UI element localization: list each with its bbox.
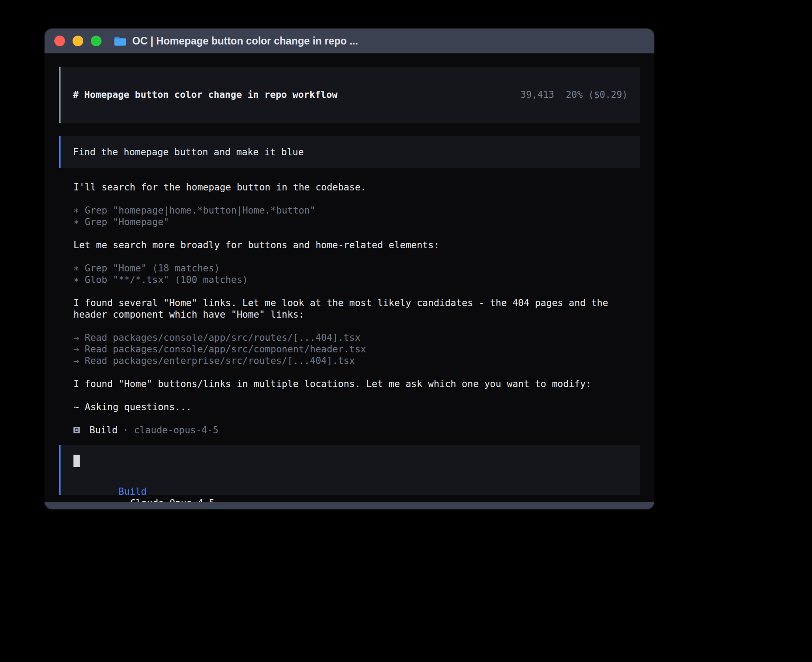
terminal-content: # Homepage button color change in repo w…	[45, 53, 654, 502]
status-right: ctrl+t variants tab agents ctrl+p comman…	[392, 501, 640, 502]
assistant-message: I found several "Home" links. Let me loo…	[73, 297, 640, 320]
status-asking-questions: ~ Asking questions...	[73, 401, 640, 413]
esc-label: interrupt	[150, 501, 201, 502]
folder-icon	[114, 36, 126, 46]
tool-call-glob: ∗ Glob "**/*.tsx" (100 matches)	[73, 274, 640, 286]
user-message: Find the homepage button and make it blu…	[59, 136, 640, 168]
terminal-window: OC | Homepage button color change in rep…	[45, 28, 654, 509]
token-count: 39,413	[520, 89, 554, 100]
tool-call-grep: ∗ Grep "homepage|home.*button|Home.*butt…	[73, 205, 640, 216]
esc-key: esc	[128, 501, 145, 502]
close-button[interactable]	[54, 36, 65, 46]
tool-call-read: → Read packages/console/app/src/routes/[…	[73, 332, 640, 343]
shortcut-agents: tab agents	[488, 501, 544, 502]
status-bar: ········ esc interrupt ctrl+t variants t…	[59, 501, 640, 502]
conversation: I'll search for the homepage button in t…	[73, 182, 640, 436]
assistant-message: I'll search for the homepage button in t…	[73, 182, 640, 193]
prompt-input[interactable]: Build Claude Opus 4.5 OpenCode Zen	[59, 445, 640, 495]
traffic-lights	[54, 36, 102, 46]
shortcut-variants: ctrl+t variants	[392, 501, 476, 502]
context-usage: 20% ($0.29)	[566, 89, 628, 100]
agent-icon	[73, 427, 80, 433]
minimize-button[interactable]	[73, 36, 83, 46]
window-titlebar[interactable]: OC | Homepage button color change in rep…	[45, 28, 654, 53]
session-title: # Homepage button color change in repo w…	[73, 89, 337, 101]
tool-call-grep: ∗ Grep "Home" (18 matches)	[73, 262, 640, 274]
assistant-message: Let me search more broadly for buttons a…	[73, 239, 640, 251]
tool-call-read: → Read packages/enterprise/src/routes/[.…	[73, 355, 640, 367]
esc-hint: esc interrupt	[128, 501, 201, 502]
shortcut-commands: ctrl+p commands	[556, 501, 640, 502]
window-title: OC | Homepage button color change in rep…	[132, 35, 358, 47]
agent-separator: ·	[123, 424, 129, 436]
zoom-button[interactable]	[91, 36, 102, 46]
input-meta: Build Claude Opus 4.5 OpenCode Zen	[73, 474, 628, 486]
agent-model: claude-opus-4-5	[134, 424, 219, 436]
spinner-dots: ········	[65, 501, 117, 502]
mode-label: Build	[118, 486, 146, 497]
assistant-message: I found "Home" buttons/links in multiple…	[73, 378, 640, 390]
session-header: # Homepage button color change in repo w…	[59, 67, 640, 123]
tool-call-grep: ∗ Grep "Homepage"	[73, 216, 640, 228]
status-left: ········ esc interrupt	[65, 501, 201, 502]
session-stats: 39,41320% ($0.29)	[475, 77, 628, 112]
agent-name: Build	[89, 424, 118, 436]
text-cursor	[73, 455, 80, 467]
tool-call-read: → Read packages/console/app/src/componen…	[73, 343, 640, 355]
agent-row: Build · claude-opus-4-5	[73, 424, 640, 436]
input-line[interactable]	[73, 455, 628, 468]
